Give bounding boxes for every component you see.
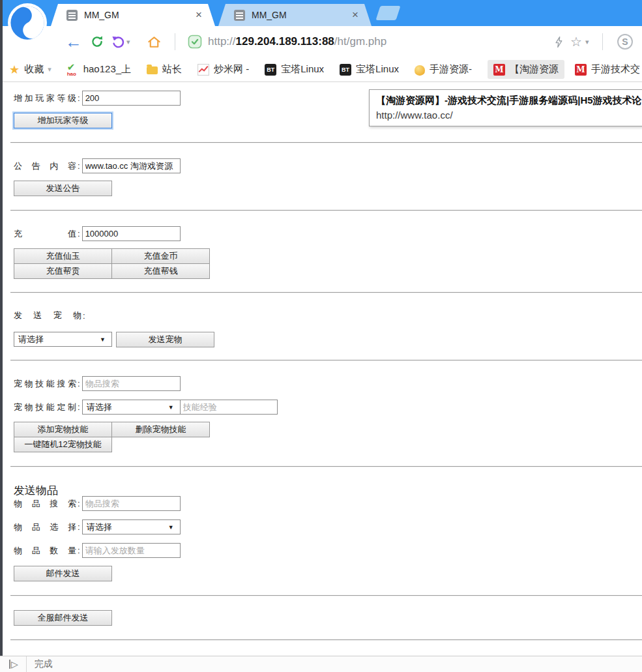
folder-icon xyxy=(147,66,158,74)
level-label: 增加玩家等级 xyxy=(14,93,76,104)
tab-bar: MM_GM × MM_GM × xyxy=(0,0,642,26)
skill-exp-input[interactable] xyxy=(180,400,278,415)
divider xyxy=(10,360,642,361)
add-pet-skill-button[interactable]: 添加宠物技能 xyxy=(14,422,112,437)
sogou-account-icon[interactable]: S xyxy=(617,34,633,50)
new-tab-button[interactable] xyxy=(375,6,400,20)
select-arrow-icon: ▼ xyxy=(168,524,174,531)
security-shield-icon[interactable] xyxy=(187,34,203,50)
recharge-banggong-button[interactable]: 充值帮贡 xyxy=(14,263,112,279)
recharge-input[interactable] xyxy=(82,226,181,241)
address-url[interactable]: http://129.204.189.113:88/ht/gm.php xyxy=(208,35,550,48)
send-pet-button[interactable]: 发送宠物 xyxy=(116,332,214,347)
bookmarks-bar: ★ 收藏 ▾ ✔hao hao123_上 站长 炒米网 - BT 宝塔Linux… xyxy=(0,57,642,82)
undo-icon[interactable] xyxy=(109,35,126,49)
recharge-xianyu-button[interactable]: 充值仙玉 xyxy=(14,248,112,264)
all-server-mail-button[interactable]: 全服邮件发送 xyxy=(14,610,112,626)
m-icon: M xyxy=(575,64,587,76)
pet-skill-search-row: 宠物技能搜索: xyxy=(14,376,642,391)
notice-input[interactable] xyxy=(82,158,181,173)
item-search-label: 物品搜索 xyxy=(14,498,76,510)
pet-controls-row: 请选择 ▼ 发送宠物 xyxy=(14,332,642,347)
bookmark-tooltip: 【淘游资源网】-游戏技术交流|手游服务端源码|H5游戏技术论 http://ww… xyxy=(369,89,642,126)
play-icon: ▷ xyxy=(9,660,18,669)
back-icon[interactable]: ← xyxy=(63,32,85,52)
status-play-control[interactable]: ▷ xyxy=(0,656,27,672)
pet-skill-search-label: 宠物技能搜索 xyxy=(14,378,76,390)
bookmark-bt-linux-2[interactable]: BT 宝塔Linux xyxy=(340,63,399,76)
window-left-edge xyxy=(0,0,3,656)
pet-skill-custom-row: 宠物技能定制: 请选择 ▼ xyxy=(14,400,642,415)
undo-dropdown-icon[interactable]: ▾ xyxy=(126,38,136,46)
divider xyxy=(10,142,642,143)
close-tab-icon[interactable]: × xyxy=(351,8,360,22)
send-notice-button[interactable]: 发送公告 xyxy=(14,181,112,196)
divider xyxy=(10,292,642,293)
address-toolbar: ← ▾ http://129.204.189.113:88/ht/gm.php xyxy=(0,26,642,57)
home-icon[interactable] xyxy=(141,35,167,50)
add-level-button[interactable]: 增加玩家等级 xyxy=(14,113,112,128)
favorite-star-icon[interactable]: ☆ xyxy=(567,34,585,50)
divider xyxy=(10,595,642,596)
chevron-down-icon: ▾ xyxy=(48,65,51,74)
divider xyxy=(10,466,642,467)
random-12-pet-skill-button[interactable]: 一键随机12宠物技能 xyxy=(14,437,112,452)
tab-title: MM_GM xyxy=(252,10,351,20)
pet-skill-select[interactable]: 请选择 ▼ xyxy=(82,400,181,415)
bookmark-chaomiwang[interactable]: 炒米网 - xyxy=(197,63,249,76)
pet-skill-custom-label: 宠物技能定制 xyxy=(14,402,76,413)
recharge-row: 充值: xyxy=(14,226,642,241)
bt-icon: BT xyxy=(340,64,351,76)
toolbar-divider xyxy=(175,33,175,50)
tab-title: MM_GM xyxy=(84,10,194,20)
m-icon: M xyxy=(493,64,505,76)
favorite-dropdown-icon[interactable]: ▾ xyxy=(585,38,594,46)
refresh-icon[interactable] xyxy=(85,35,109,49)
chart-icon xyxy=(197,64,209,76)
item-select-label: 物品选择 xyxy=(14,521,76,533)
bt-icon: BT xyxy=(265,64,276,76)
divider xyxy=(10,639,642,641)
item-qty-label: 物品数量 xyxy=(14,545,76,557)
level-input[interactable] xyxy=(82,91,181,106)
gm-page: 增加玩家等级: 增加玩家等级 公告内容: 发送公告 充值: 充值仙玉 充值金币 … xyxy=(3,82,642,656)
pet-label: 发送宠物 xyxy=(14,310,81,321)
notice-row: 公告内容: xyxy=(14,158,642,173)
sogou-logo[interactable] xyxy=(8,3,47,42)
close-tab-icon[interactable]: × xyxy=(194,8,203,22)
url-host: 129.204.189.113:88 xyxy=(236,35,334,48)
item-select[interactable]: 请选择 ▼ xyxy=(82,519,181,534)
bookmark-shouyou-ziyuan[interactable]: 手游资源- xyxy=(415,63,472,76)
item-qty-row: 物品数量: xyxy=(14,543,642,558)
bookmark-hao123[interactable]: ✔hao hao123_上 xyxy=(67,63,131,76)
recharge-bangqian-button[interactable]: 充值帮钱 xyxy=(111,263,210,279)
lightning-icon[interactable] xyxy=(550,36,567,48)
bookmark-taoyou-ziyuan[interactable]: M 【淘游资源 xyxy=(488,60,564,79)
tooltip-title: 【淘游资源网】-游戏技术交流|手游服务端源码|H5游戏技术论 xyxy=(376,95,642,107)
recharge-gold-button[interactable]: 充值金币 xyxy=(111,248,210,264)
bookmark-zhanzhang[interactable]: 站长 xyxy=(147,63,182,76)
pet-skill-search-input[interactable] xyxy=(82,376,181,391)
bookmark-shouyou-jishu[interactable]: M 手游技术交 xyxy=(575,63,640,76)
delete-pet-skill-button[interactable]: 删除宠物技能 xyxy=(111,422,210,437)
item-qty-input[interactable] xyxy=(82,543,181,558)
pet-label-row: 发送宠物: xyxy=(14,311,642,320)
item-search-row: 物品搜索: xyxy=(14,496,642,511)
recharge-label: 充值 xyxy=(14,228,76,240)
url-path: /ht/gm.php xyxy=(334,35,387,48)
item-search-input[interactable] xyxy=(82,496,181,511)
item-select-row: 物品选择: 请选择 ▼ xyxy=(14,519,642,534)
bookmark-favorites[interactable]: ★ 收藏 ▾ xyxy=(9,63,51,77)
bookmark-bt-linux-1[interactable]: BT 宝塔Linux xyxy=(265,63,324,76)
tab-mm-gm-2[interactable]: MM_GM × xyxy=(218,4,372,26)
status-text: 完成 xyxy=(35,658,53,670)
page-icon xyxy=(234,10,245,21)
send-item-heading: 发送物品 xyxy=(14,483,642,496)
star-icon: ★ xyxy=(9,63,20,77)
tab-mm-gm-1[interactable]: MM_GM × xyxy=(51,4,215,26)
mail-send-button[interactable]: 邮件发送 xyxy=(14,566,112,581)
trophy-icon xyxy=(415,65,425,76)
pet-select[interactable]: 请选择 ▼ xyxy=(14,332,112,347)
tooltip-url: http://www.tao.cc/ xyxy=(376,110,642,121)
select-arrow-icon: ▼ xyxy=(100,336,106,343)
